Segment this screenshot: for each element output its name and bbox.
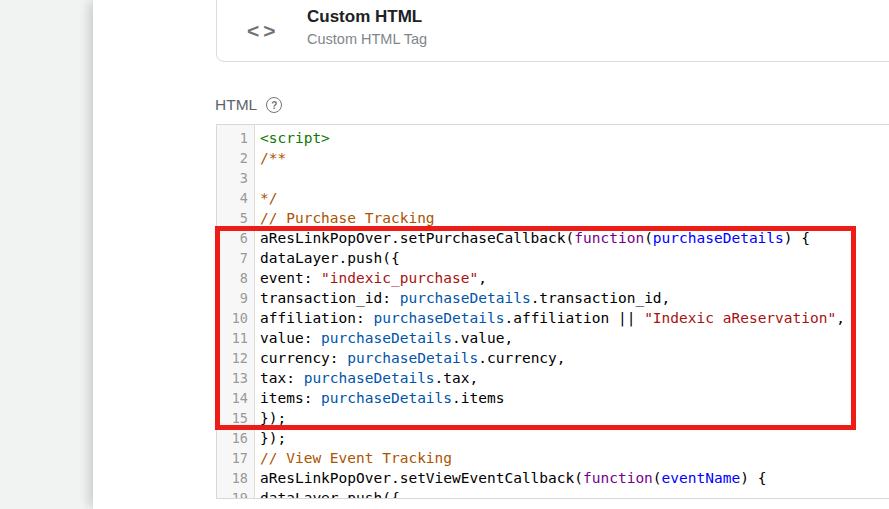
- code-text: aResLinkPopOver.setPurchaseCallback(func…: [255, 228, 810, 248]
- code-text: aResLinkPopOver.setViewEventCallback(fun…: [255, 468, 766, 488]
- code-lines: 1<script>2/**34*/5// Purchase Tracking6a…: [217, 128, 889, 499]
- line-number: 13: [217, 368, 255, 388]
- code-line-1[interactable]: 1<script>: [217, 128, 889, 148]
- line-number: 8: [217, 268, 255, 288]
- line-number: 14: [217, 388, 255, 408]
- code-line-2[interactable]: 2/**: [217, 148, 889, 168]
- html-code-editor[interactable]: 1<script>2/**34*/5// Purchase Tracking6a…: [216, 124, 889, 499]
- screen: <> Custom HTML Custom HTML Tag HTML ? 1<…: [0, 0, 889, 509]
- code-text: affiliation: purchaseDetails.affiliation…: [255, 308, 845, 328]
- code-line-11[interactable]: 11value: purchaseDetails.value,: [217, 328, 889, 348]
- code-text: transaction_id: purchaseDetails.transact…: [255, 288, 670, 308]
- line-number: 2: [217, 148, 255, 168]
- code-line-17[interactable]: 17// View Event Tracking: [217, 448, 889, 468]
- code-text: value: purchaseDetails.value,: [255, 328, 513, 348]
- line-number: 12: [217, 348, 255, 368]
- code-line-19[interactable]: 19dataLayer.push({: [217, 488, 889, 499]
- line-number: 16: [217, 428, 255, 448]
- code-text: // Purchase Tracking: [255, 208, 435, 228]
- code-line-10[interactable]: 10affiliation: purchaseDetails.affiliati…: [217, 308, 889, 328]
- code-text: });: [255, 408, 286, 428]
- code-text: /**: [255, 148, 286, 168]
- code-text: tax: purchaseDetails.tax,: [255, 368, 478, 388]
- line-number: 9: [217, 288, 255, 308]
- line-number: 19: [217, 488, 255, 499]
- code-line-5[interactable]: 5// Purchase Tracking: [217, 208, 889, 228]
- line-number: 3: [217, 168, 255, 188]
- code-line-7[interactable]: 7dataLayer.push({: [217, 248, 889, 268]
- line-number: 1: [217, 128, 255, 148]
- code-text: // View Event Tracking: [255, 448, 452, 468]
- line-number: 18: [217, 468, 255, 488]
- backdrop-overlay: [0, 0, 93, 509]
- code-line-18[interactable]: 18aResLinkPopOver.setViewEventCallback(f…: [217, 468, 889, 488]
- code-text: [255, 168, 260, 188]
- code-line-15[interactable]: 15});: [217, 408, 889, 428]
- code-line-6[interactable]: 6aResLinkPopOver.setPurchaseCallback(fun…: [217, 228, 889, 248]
- code-line-14[interactable]: 14items: purchaseDetails.items: [217, 388, 889, 408]
- line-number: 7: [217, 248, 255, 268]
- code-line-4[interactable]: 4*/: [217, 188, 889, 208]
- code-line-9[interactable]: 9transaction_id: purchaseDetails.transac…: [217, 288, 889, 308]
- code-text: event: "indexic_purchase",: [255, 268, 487, 288]
- tag-editor-panel: <> Custom HTML Custom HTML Tag HTML ? 1<…: [93, 0, 889, 509]
- line-number: 5: [217, 208, 255, 228]
- line-number: 4: [217, 188, 255, 208]
- code-text: dataLayer.push({: [255, 488, 400, 499]
- code-line-8[interactable]: 8event: "indexic_purchase",: [217, 268, 889, 288]
- help-icon[interactable]: ?: [266, 97, 282, 113]
- line-number: 11: [217, 328, 255, 348]
- html-field-label: HTML: [215, 96, 257, 114]
- code-text: dataLayer.push({: [255, 248, 400, 268]
- html-field-label-row: HTML ?: [215, 96, 282, 114]
- code-line-13[interactable]: 13tax: purchaseDetails.tax,: [217, 368, 889, 388]
- code-icon: <>: [247, 19, 280, 43]
- code-text: items: purchaseDetails.items: [255, 388, 504, 408]
- code-line-16[interactable]: 16});: [217, 428, 889, 448]
- tag-type-title: Custom HTML: [307, 7, 427, 27]
- code-text: currency: purchaseDetails.currency,: [255, 348, 566, 368]
- code-line-12[interactable]: 12currency: purchaseDetails.currency,: [217, 348, 889, 368]
- line-number: 17: [217, 448, 255, 468]
- code-text: <script>: [255, 128, 330, 148]
- tag-type-subtitle: Custom HTML Tag: [307, 30, 427, 48]
- code-line-3[interactable]: 3: [217, 168, 889, 188]
- line-number: 15: [217, 408, 255, 428]
- line-number: 10: [217, 308, 255, 328]
- code-text: */: [255, 188, 277, 208]
- line-number: 6: [217, 228, 255, 248]
- tag-type-card[interactable]: <> Custom HTML Custom HTML Tag: [216, 0, 889, 62]
- code-text: });: [255, 428, 286, 448]
